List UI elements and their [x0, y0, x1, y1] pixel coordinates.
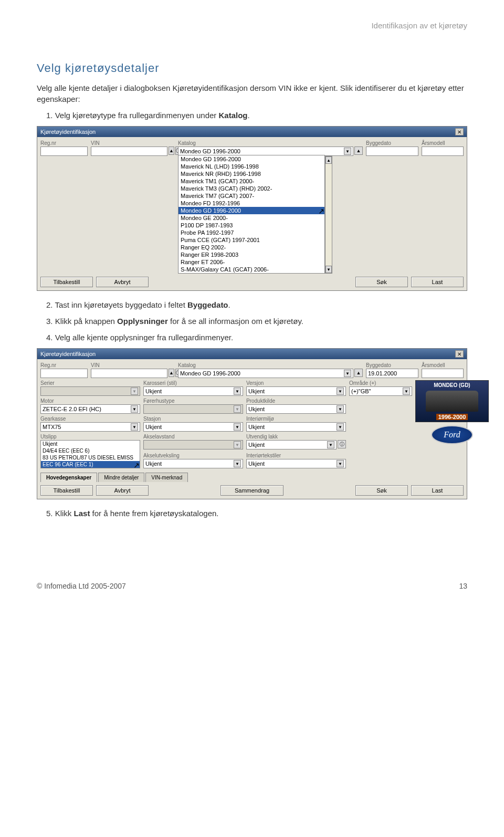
step3-pre: Klikk på knappen [55, 317, 117, 326]
motor-combo[interactable]: ZETEC-E 2.0 EFI (HC)▼ [40, 404, 140, 414]
regnr-input[interactable] [40, 147, 88, 156]
utvendiglakk-combo[interactable]: Ukjent▼ [246, 440, 337, 449]
gearkasse-combo[interactable]: MTX75▼ [40, 422, 140, 432]
dropdown-item[interactable]: Ranger EQ 2002- [178, 244, 324, 251]
avbryt-button[interactable]: Avbryt [96, 485, 149, 496]
car-preview: MONDEO (GD) 1996-2000 [415, 380, 489, 422]
dropdown-item[interactable]: Mondeo FD 1992-1996 [178, 200, 324, 207]
dropdown-item[interactable]: S-MAX/Galaxy CA1 (GCAT) 2006- [178, 266, 324, 273]
sok-button[interactable]: Søk [355, 277, 408, 287]
katalog-up-icon[interactable]: ▲ [354, 147, 363, 155]
ford-logo: Ford [431, 425, 473, 444]
arsmodell-input[interactable] [422, 369, 464, 378]
versjon-label: Versjon [246, 380, 346, 386]
tilbakestill-button[interactable]: Tilbakestill [40, 485, 93, 496]
chevron-down-icon: ▼ [131, 388, 138, 395]
byggedato-input[interactable] [366, 147, 418, 156]
close-icon[interactable]: ✕ [455, 350, 464, 358]
chevron-down-icon[interactable]: ▼ [337, 405, 344, 413]
step5-pre: Klikk [55, 509, 74, 518]
car-years: 1996-2000 [436, 414, 468, 420]
versjon-combo[interactable]: Ukjent▼ [246, 386, 346, 396]
dropdown-item[interactable]: P100 DP 1987-1993 [178, 222, 324, 229]
utslipp-listbox[interactable]: UkjentD4/E4 EEC (EEC 6)83 US PETROL/87 U… [40, 440, 140, 468]
page-footer: © Infomedia Ltd 2005-2007 13 [37, 582, 467, 590]
chevron-down-icon[interactable]: ▼ [234, 460, 241, 467]
akselutveksling-combo[interactable]: Ukjent▼ [143, 459, 243, 468]
chevron-down-icon[interactable]: ▼ [403, 388, 410, 395]
dropdown-item[interactable]: Ranger ET 2006- [178, 258, 324, 266]
byggedato-input[interactable] [366, 369, 418, 378]
forethustype-label: Førerhustype [143, 398, 243, 404]
produktkilde-combo[interactable]: Ukjent▼ [246, 404, 346, 414]
interiormiljo-combo[interactable]: Ukjent▼ [246, 422, 346, 432]
dropdown-item[interactable]: Ranger ER 1998-2003 [178, 251, 324, 258]
scroll-up-icon[interactable]: ▲ [326, 156, 332, 164]
list-item[interactable]: 83 US PETROL/87 US DIESEL EMISS [41, 454, 140, 461]
chevron-down-icon[interactable]: ▼ [234, 423, 241, 431]
chevron-down-icon[interactable]: ▼ [131, 423, 138, 431]
dropdown-item[interactable]: Puma CCE (GCAT) 1997-2001 [178, 236, 324, 244]
dropdown-item[interactable]: Maverick TM1 (GCAT) 2000- [178, 177, 324, 185]
dropdown-item[interactable]: Maverick TM3 (GCAT) (RHD) 2002- [178, 185, 324, 192]
list-item[interactable]: D4/E4 EEC (EEC 6) [41, 447, 140, 454]
last-button[interactable]: Last [411, 277, 464, 287]
serier-label: Serier [40, 380, 140, 386]
katalog-dropdown-list[interactable]: Mondeo GD 1996-2000Maverick NL (LHD) 199… [178, 155, 325, 274]
katalog-combo[interactable]: Mondeo GD 1996-2000 ▼ [178, 369, 353, 378]
versjon-value: Ukjent [248, 388, 265, 394]
step-5: 5. Klikk Last for å hente frem kjøretøys… [46, 508, 467, 519]
tab-hovedegenskaper[interactable]: Hovedegenskaper [40, 473, 97, 482]
lakk-info-icon[interactable]: ⓘ [338, 440, 346, 448]
dropdown-item[interactable]: Mondeo GD 1996-2000 [178, 155, 324, 163]
tab-mindre-detaljer[interactable]: Mindre detaljer [98, 473, 144, 482]
chevron-down-icon[interactable]: ▼ [234, 388, 241, 395]
dropdown-item[interactable]: Maverick NR (RHD) 1996-1998 [178, 170, 324, 177]
vin-up-icon[interactable]: ▲ [169, 147, 174, 155]
arsmodell-label: Årsmodell [422, 362, 464, 368]
forethustype-combo: ▼ [143, 404, 243, 414]
sok-button[interactable]: Søk [355, 485, 408, 496]
dropdown-item[interactable]: Mondeo GD 1996-2000 [178, 207, 324, 214]
list-item[interactable]: Ukjent [41, 441, 140, 447]
vin-up-icon[interactable]: ▲ [169, 369, 174, 377]
sammendrag-button[interactable]: Sammendrag [220, 485, 284, 496]
karosseri-label: Karosseri (stil) [143, 380, 243, 386]
avbryt-button[interactable]: Avbryt [96, 277, 149, 287]
chevron-down-icon[interactable]: ▼ [344, 370, 351, 377]
arsmodell-input[interactable] [422, 147, 464, 156]
regnr-input[interactable] [40, 369, 88, 378]
page-number: 13 [459, 582, 467, 590]
step3-post: for å se all informasjon om et kjøretøy. [168, 317, 303, 326]
step1-pre: Velg kjøretøytype fra rullegardinmenyen … [55, 111, 219, 120]
list-item[interactable]: EEC 96 CAR (EEC 1) [41, 461, 140, 468]
close-icon[interactable]: ✕ [455, 128, 464, 135]
tilbakestill-button[interactable]: Tilbakestill [40, 277, 93, 287]
chevron-down-icon[interactable]: ▼ [131, 405, 138, 413]
chevron-down-icon[interactable]: ▼ [327, 441, 334, 448]
stasjon-combo[interactable]: Ukjent▼ [143, 422, 243, 432]
chevron-down-icon[interactable]: ▼ [337, 423, 344, 431]
scroll-down-icon[interactable]: ▼ [326, 266, 332, 273]
tab-vin-merknad[interactable]: VIN-merknad [145, 473, 188, 482]
chevron-down-icon[interactable]: ▼ [344, 148, 351, 155]
vin-input[interactable] [91, 147, 167, 156]
karosseri-combo[interactable]: Ukjent▼ [143, 386, 243, 396]
dropdown-item[interactable]: Maverick TM7 (GCAT) 2007- [178, 192, 324, 200]
vin-input[interactable] [91, 369, 167, 378]
katalog-label: Katalog [178, 140, 363, 146]
akselavstand-label: Akselavstand [143, 434, 243, 440]
dropdown-item[interactable]: Mondeo GE 2000- [178, 214, 324, 222]
step5-bold: Last [74, 509, 90, 518]
dropdown-item[interactable]: Probe PA 1992-1997 [178, 229, 324, 236]
dropdown-item[interactable]: Maverick NL (LHD) 1996-1998 [178, 163, 324, 170]
katalog-up-icon[interactable]: ▲ [354, 369, 363, 377]
interiormiljo-label: Interiørmiljø [246, 416, 346, 422]
interiortekstiler-combo[interactable]: Ukjent▼ [246, 459, 346, 468]
chevron-down-icon[interactable]: ▼ [337, 460, 344, 467]
last-button[interactable]: Last [411, 485, 464, 496]
chevron-down-icon[interactable]: ▼ [337, 388, 344, 395]
scrollbar[interactable]: ▲ ▼ [325, 156, 332, 274]
omrade-combo[interactable]: (+)"GB"▼ [349, 386, 412, 396]
motor-label: Motor [40, 398, 140, 404]
